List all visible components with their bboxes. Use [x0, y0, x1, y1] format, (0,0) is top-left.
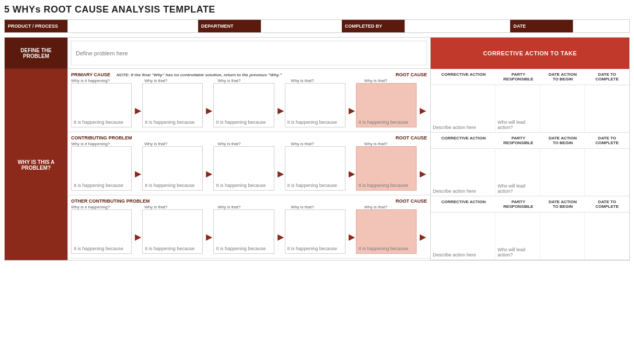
why-column-1-3: It is happening because — [285, 146, 345, 191]
why-column-2-4: It is happening because — [356, 209, 417, 254]
why-column-2-1: It is happening because — [142, 209, 203, 254]
completed-by-value[interactable] — [405, 20, 510, 32]
product-label: PRODUCT / PROCESS — [5, 20, 67, 32]
define-problem-sidebar: DEFINE THE PROBLEM — [5, 38, 67, 69]
why-column-1-1: It is happening because — [142, 146, 203, 191]
why-box-2-1[interactable]: It is happening because — [142, 209, 203, 254]
why-box-1-3[interactable]: It is happening because — [285, 146, 345, 191]
define-row — [68, 38, 430, 69]
arrow-1-2: ▶ — [278, 158, 284, 179]
corrective-row-1: Describe action hereWho will lead action… — [431, 149, 629, 196]
arrow-2-0: ▶ — [135, 221, 141, 242]
page: 5 WHYs ROOT CAUSE ANALYSIS TEMPLATE PROD… — [0, 0, 634, 265]
corr-cell-1-0[interactable]: Describe action here — [431, 149, 495, 196]
why-sub-label-1-4: Why is that? — [364, 142, 425, 146]
department-value[interactable] — [261, 20, 342, 32]
why-box-0-0[interactable]: It is happening because — [71, 83, 132, 127]
final-arrow-1: ▶ — [420, 158, 426, 179]
arrow-1-0: ▶ — [135, 158, 141, 179]
why-box-0-4[interactable]: It is happening because — [356, 83, 417, 127]
why-column-0-0: It is happening because — [71, 83, 132, 127]
why-column-0-1: It is happening because — [142, 83, 203, 127]
why-sub-label-1-3: Why is that? — [291, 142, 352, 146]
corr-cell-0-0[interactable]: Describe action here — [431, 85, 495, 132]
why-box-0-1[interactable]: It is happening because — [142, 83, 203, 127]
root-cause-label-0: ROOT CAUSE — [396, 72, 427, 77]
corr-cell-2-3[interactable] — [585, 213, 629, 260]
arrow-1-3: ▶ — [349, 158, 355, 179]
sub-labels-row-2: Why is it happening?Why is that?Why is t… — [68, 205, 430, 209]
why-box-1-2[interactable]: It is happening because — [213, 146, 274, 191]
cause-section-2: OTHER CONTRIBUTING PROBLEMROOT CAUSEWhy … — [68, 195, 430, 259]
corr-col-header-2-party_responsible: PARTY RESPONSIBLE — [496, 198, 540, 210]
corrective-col-headers-0: CORRECTIVE ACTIONPARTY RESPONSIBLEDATE A… — [431, 69, 629, 85]
corr-cell-2-1[interactable]: Who will lead action? — [495, 213, 540, 260]
corr-cell-1-3[interactable] — [585, 149, 629, 196]
why-row-1: It is happening because▶It is happening … — [68, 146, 430, 193]
why-box-0-2[interactable]: It is happening because — [213, 83, 274, 127]
why-box-0-3[interactable]: It is happening because — [285, 83, 345, 127]
main-grid: DEFINE THE PROBLEM WHY IS THIS A PROBLEM… — [4, 37, 630, 261]
cause-title-2: OTHER CONTRIBUTING PROBLEM — [71, 198, 150, 204]
sub-labels-row-1: Why is it happening?Why is that?Why is t… — [68, 142, 430, 146]
root-cause-label-2: ROOT CAUSE — [396, 198, 427, 204]
why-column-2-0: It is happening because — [71, 209, 132, 254]
why-sub-label-2-0: Why is it happening? — [71, 205, 132, 209]
corr-cell-0-1[interactable]: Who will lead action? — [495, 85, 540, 132]
arrow-2-2: ▶ — [278, 221, 284, 242]
center-content: PRIMARY CAUSENOTE: If the final "Why" ha… — [67, 38, 431, 260]
corr-col-header-1-corrective_action: CORRECTIVE ACTION — [431, 135, 496, 146]
corrective-row-0: Describe action hereWho will lead action… — [431, 85, 629, 132]
why-column-0-2: It is happening because — [213, 83, 274, 127]
why-box-1-1[interactable]: It is happening because — [142, 146, 203, 191]
cause-title-1: CONTRIBUTING PROBLEM — [71, 135, 132, 140]
corr-col-header-2-corrective_action: CORRECTIVE ACTION — [431, 198, 496, 210]
corr-cell-0-2[interactable] — [540, 85, 585, 132]
date-label: DATE — [510, 20, 573, 32]
why-box-2-3[interactable]: It is happening because — [285, 209, 345, 254]
cause-section-header-2: OTHER CONTRIBUTING PROBLEMROOT CAUSE — [68, 197, 430, 205]
header-bar: PRODUCT / PROCESS DEPARTMENT COMPLETED B… — [4, 19, 630, 33]
cause-title-0: PRIMARY CAUSE — [71, 72, 110, 77]
corrective-sections: CORRECTIVE ACTIONPARTY RESPONSIBLEDATE A… — [431, 69, 629, 260]
cause-section-0: PRIMARY CAUSENOTE: If the final "Why" ha… — [68, 69, 430, 132]
why-box-1-4[interactable]: It is happening because — [356, 146, 417, 191]
sections-container: PRIMARY CAUSENOTE: If the final "Why" ha… — [68, 69, 430, 259]
right-panel: CORRECTIVE ACTION TO TAKE CORRECTIVE ACT… — [431, 38, 629, 260]
why-sub-label-1-1: Why is that? — [144, 142, 205, 146]
corr-col-header-0-date_action_begin: DATE ACTION TO BEGIN — [540, 71, 585, 83]
corr-cell-1-1[interactable]: Who will lead action? — [495, 149, 540, 196]
why-sub-label-1-0: Why is it happening? — [71, 142, 132, 146]
why-box-2-2[interactable]: It is happening because — [213, 209, 274, 254]
corr-col-header-0-corrective_action: CORRECTIVE ACTION — [431, 71, 496, 83]
arrow-1-1: ▶ — [206, 158, 212, 179]
why-box-2-0[interactable]: It is happening because — [71, 209, 132, 254]
arrow-0-2: ▶ — [278, 95, 284, 115]
why-row-0: It is happening because▶It is happening … — [68, 83, 430, 130]
why-sub-label-2-2: Why is that? — [217, 205, 278, 209]
arrow-0-0: ▶ — [135, 95, 141, 115]
arrow-2-1: ▶ — [206, 221, 212, 242]
product-value[interactable] — [67, 20, 198, 32]
corrective-section-0: CORRECTIVE ACTIONPARTY RESPONSIBLEDATE A… — [431, 69, 629, 133]
why-column-1-2: It is happening because — [213, 146, 274, 191]
why-sub-label-0-4: Why is that? — [364, 78, 425, 83]
define-problem-input[interactable] — [71, 41, 427, 65]
arrow-0-3: ▶ — [349, 95, 355, 115]
why-box-2-4[interactable]: It is happening because — [356, 209, 417, 254]
date-value[interactable] — [573, 20, 629, 32]
sub-labels-row-0: Why is it happening?Why is that?Why is t… — [68, 78, 430, 83]
why-sub-label-0-0: Why is it happening? — [71, 78, 132, 83]
why-box-1-0[interactable]: It is happening because — [71, 146, 132, 191]
corr-cell-2-0[interactable]: Describe action here — [431, 213, 495, 260]
why-sub-label-1-2: Why is that? — [217, 142, 278, 146]
corr-cell-1-2[interactable] — [540, 149, 585, 196]
corr-cell-2-2[interactable] — [540, 213, 585, 260]
corrective-col-headers-2: CORRECTIVE ACTIONPARTY RESPONSIBLEDATE A… — [431, 196, 629, 213]
corr-col-header-1-date_to_complete: DATE TO COMPLETE — [585, 135, 629, 146]
why-column-0-3: It is happening because — [285, 83, 345, 127]
corr-cell-0-3[interactable] — [585, 85, 629, 132]
corr-col-header-2-date_to_complete: DATE TO COMPLETE — [585, 198, 629, 210]
arrow-2-3: ▶ — [349, 221, 355, 242]
final-arrow-2: ▶ — [420, 221, 426, 242]
